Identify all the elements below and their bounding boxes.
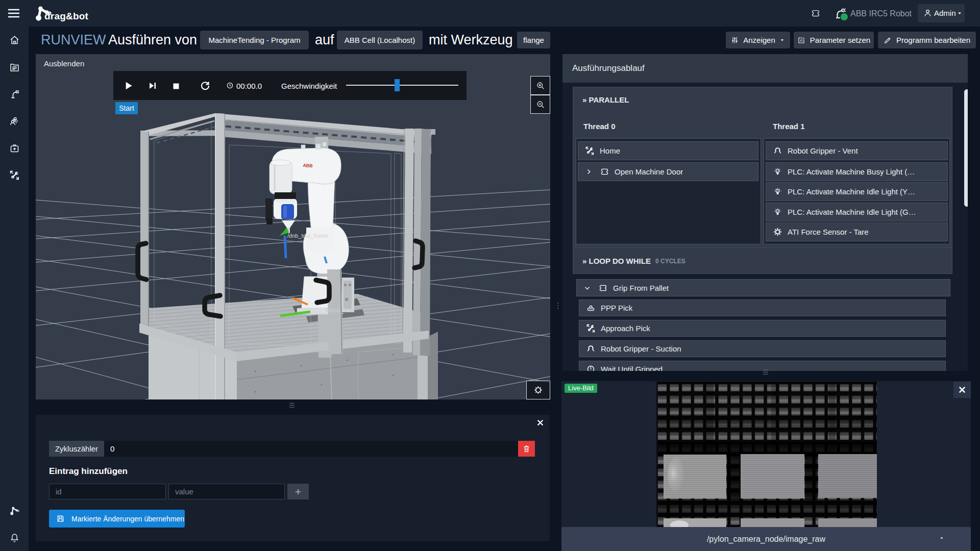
svg-text:base_link: base_link (326, 306, 354, 314)
svg-text:ABB: ABB (303, 163, 313, 168)
svg-text:/dnb_tool_frame: /dnb_tool_frame (287, 233, 328, 239)
